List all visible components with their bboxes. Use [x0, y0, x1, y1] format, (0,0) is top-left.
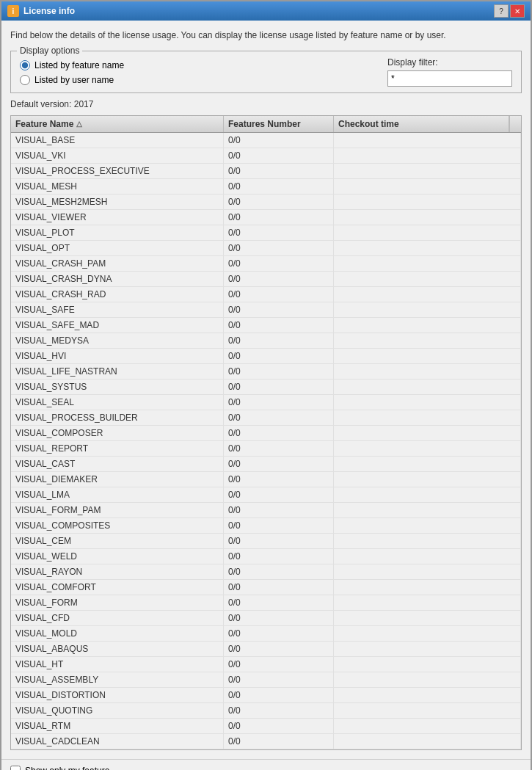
window-icon: i: [7, 5, 19, 17]
td-number: 0/0: [224, 611, 334, 625]
td-feature: VISUAL_SEAL: [11, 395, 224, 410]
table-row[interactable]: VISUAL_RAYON0/0: [11, 564, 521, 580]
td-number: 0/0: [224, 210, 334, 225]
table-row[interactable]: VISUAL_CAST0/0: [11, 457, 521, 472]
th-scroll-spacer: [509, 116, 521, 132]
table-row[interactable]: VISUAL_SAFE_MAD0/0: [11, 318, 521, 333]
table-row[interactable]: VISUAL_VIEWER0/0: [11, 210, 521, 225]
table-row[interactable]: VISUAL_SAFE0/0: [11, 302, 521, 318]
table-row[interactable]: VISUAL_REPORT0/0: [11, 441, 521, 457]
table-row[interactable]: VISUAL_COMFORT0/0: [11, 580, 521, 595]
td-number: 0/0: [224, 549, 334, 564]
table-row[interactable]: VISUAL_DIEMAKER0/0: [11, 472, 521, 487]
table-row[interactable]: VISUAL_HVI0/0: [11, 349, 521, 364]
td-checkout: [334, 302, 521, 317]
td-number: 0/0: [224, 672, 334, 687]
table-row[interactable]: VISUAL_CFD0/0: [11, 611, 521, 626]
radio-feature-input[interactable]: [20, 60, 30, 70]
td-checkout: [334, 195, 521, 209]
radio-user-input[interactable]: [20, 75, 30, 85]
help-button[interactable]: ?: [494, 4, 509, 18]
table-row[interactable]: VISUAL_QUOTING0/0: [11, 703, 521, 719]
td-feature: VISUAL_RTM: [11, 719, 224, 733]
td-feature: VISUAL_WELD: [11, 549, 224, 564]
td-number: 0/0: [224, 642, 334, 656]
window-close-button[interactable]: ✕: [510, 4, 525, 18]
table-row[interactable]: VISUAL_FORM_PAM0/0: [11, 503, 521, 518]
table-row[interactable]: VISUAL_SYSTUS0/0: [11, 379, 521, 395]
td-feature: VISUAL_VIEWER: [11, 210, 224, 225]
radio-feature-label[interactable]: Listed by feature name: [20, 60, 124, 70]
td-checkout: [334, 672, 521, 687]
title-bar: i License info ? ✕: [1, 1, 531, 21]
table-row[interactable]: VISUAL_COMPOSITES0/0: [11, 518, 521, 534]
td-number: 0/0: [224, 703, 334, 718]
description-text: Find below the details of the license us…: [10, 29, 522, 42]
td-checkout: [334, 395, 521, 410]
td-checkout: [334, 349, 521, 363]
td-number: 0/0: [224, 410, 334, 425]
td-number: 0/0: [224, 133, 334, 148]
td-number: 0/0: [224, 657, 334, 672]
table-row[interactable]: VISUAL_ABAQUS0/0: [11, 642, 521, 657]
table-row[interactable]: VISUAL_CRASH_DYNA0/0: [11, 272, 521, 287]
title-bar-left: i License info: [7, 5, 75, 17]
checkbox-only-mine-label[interactable]: Show only my feature: [10, 766, 522, 770]
td-feature: VISUAL_COMPOSER: [11, 426, 224, 440]
table-row[interactable]: VISUAL_COMPOSER0/0: [11, 426, 521, 441]
table-row[interactable]: VISUAL_OPT0/0: [11, 241, 521, 256]
table-row[interactable]: VISUAL_PROCESS_EXECUTIVE0/0: [11, 164, 521, 179]
td-number: 0/0: [224, 287, 334, 302]
table-row[interactable]: VISUAL_SEAL0/0: [11, 395, 521, 410]
table-row[interactable]: VISUAL_WELD0/0: [11, 549, 521, 564]
table-row[interactable]: VISUAL_CEM0/0: [11, 534, 521, 549]
table-row[interactable]: VISUAL_MOLD0/0: [11, 626, 521, 642]
td-feature: VISUAL_PROCESS_EXECUTIVE: [11, 164, 224, 178]
window-title: License info: [23, 6, 75, 16]
td-number: 0/0: [224, 626, 334, 641]
group-legend: Display options: [17, 46, 82, 56]
table-row[interactable]: VISUAL_CRASH_RAD0/0: [11, 287, 521, 302]
footer: Show only my feature Show unused feature…: [1, 759, 531, 770]
checkboxes-row: Show only my feature Show unused feature…: [10, 766, 522, 770]
td-checkout: [334, 580, 521, 595]
table-body[interactable]: VISUAL_BASE0/0VISUAL_VKI0/0VISUAL_PROCES…: [11, 133, 521, 749]
td-number: 0/0: [224, 272, 334, 286]
table-row[interactable]: VISUAL_CRASH_PAM0/0: [11, 256, 521, 272]
options-row: Listed by feature name Listed by user na…: [20, 57, 512, 87]
td-feature: VISUAL_QUOTING: [11, 703, 224, 718]
table-row[interactable]: VISUAL_FORM0/0: [11, 595, 521, 611]
table-row[interactable]: VISUAL_MEDYSA0/0: [11, 333, 521, 349]
td-feature: VISUAL_PROCESS_BUILDER: [11, 410, 224, 425]
td-checkout: [334, 379, 521, 394]
table-row[interactable]: VISUAL_MESH0/0: [11, 179, 521, 195]
table-row[interactable]: VISUAL_BASE0/0: [11, 133, 521, 148]
table-row[interactable]: VISUAL_PROCESS_BUILDER0/0: [11, 410, 521, 426]
td-number: 0/0: [224, 719, 334, 733]
radio-user-text: Listed by user name: [34, 75, 114, 85]
table-row[interactable]: VISUAL_HT0/0: [11, 657, 521, 672]
td-number: 0/0: [224, 379, 334, 394]
table-row[interactable]: VISUAL_DISTORTION0/0: [11, 688, 521, 703]
td-number: 0/0: [224, 503, 334, 517]
table-row[interactable]: VISUAL_ASSEMBLY0/0: [11, 672, 521, 688]
td-feature: VISUAL_MESH: [11, 179, 224, 194]
td-checkout: [334, 734, 521, 749]
checkbox-only-mine[interactable]: [10, 766, 21, 770]
td-checkout: [334, 642, 521, 656]
table-row[interactable]: VISUAL_LIFE_NASTRAN0/0: [11, 364, 521, 379]
td-checkout: [334, 457, 521, 471]
radio-user-label[interactable]: Listed by user name: [20, 75, 124, 85]
table-row[interactable]: VISUAL_VKI0/0: [11, 148, 521, 164]
td-feature: VISUAL_LMA: [11, 487, 224, 502]
td-feature: VISUAL_CRASH_DYNA: [11, 272, 224, 286]
table-row[interactable]: VISUAL_CADCLEAN0/0: [11, 734, 521, 749]
table-row[interactable]: VISUAL_RTM0/0: [11, 719, 521, 734]
table-row[interactable]: VISUAL_PLOT0/0: [11, 225, 521, 241]
td-feature: VISUAL_MOLD: [11, 626, 224, 641]
table-row[interactable]: VISUAL_LMA0/0: [11, 487, 521, 503]
filter-input[interactable]: [387, 70, 512, 87]
title-buttons: ? ✕: [494, 4, 525, 18]
td-number: 0/0: [224, 595, 334, 610]
table-row[interactable]: VISUAL_MESH2MESH0/0: [11, 195, 521, 210]
